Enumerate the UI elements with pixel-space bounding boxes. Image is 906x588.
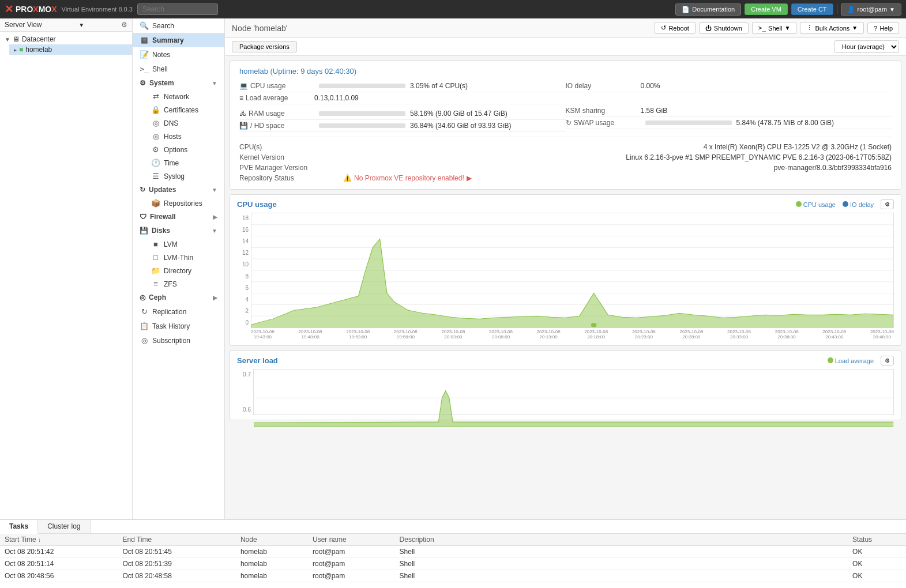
nav-disks-section[interactable]: 💾 Disks ▼: [133, 224, 224, 238]
nav-lvm-thin[interactable]: □ LVM-Thin: [146, 251, 224, 264]
nav-directory[interactable]: 📁 Directory: [146, 264, 224, 277]
col-end-time[interactable]: End Time: [118, 534, 235, 546]
nav-summary[interactable]: ▦ Summary: [133, 33, 224, 47]
disks-expand-arrow: ▼: [212, 228, 217, 234]
server-load-title: Server load: [237, 356, 278, 365]
cpu-legend: CPU usage: [796, 201, 836, 208]
user-menu-button[interactable]: 👤 root@pam ▼: [841, 3, 901, 16]
server-view-dropdown[interactable]: ▼: [78, 22, 84, 28]
y-12: 12: [239, 250, 249, 256]
warning-icon: ⚠️: [343, 174, 352, 182]
syslog-icon: ☰: [151, 172, 160, 180]
nav-zfs[interactable]: ≡ ZFS: [146, 277, 224, 291]
gear-icon[interactable]: ⚙: [121, 21, 127, 29]
cpu-value: 3.05% of 4 CPU(s): [410, 82, 468, 90]
lvm-icon: ■: [151, 240, 160, 248]
x-label-10: 2023-10-08 20:33:00: [727, 329, 751, 340]
nav-repos-label: Repositories: [164, 199, 202, 208]
nav-network-label: Network: [164, 93, 189, 101]
nav-updates-section[interactable]: ↻ Updates ▼: [133, 183, 224, 197]
nav-hosts[interactable]: ◎ Hosts: [146, 130, 224, 143]
nav-notes[interactable]: 📝 Notes: [133, 47, 224, 62]
shell-dropdown-arrow: ▼: [785, 25, 791, 31]
package-versions-tab[interactable]: Package versions: [232, 41, 297, 52]
repos-icon: 📦: [151, 199, 160, 208]
datacenter-item[interactable]: ▼ 🖥 Datacenter: [0, 34, 132, 44]
homelab-collapse[interactable]: ▸: [14, 47, 17, 53]
time-selector[interactable]: Hour (average): [834, 40, 899, 53]
col-start-time[interactable]: Start Time ↓: [0, 534, 118, 546]
cell-start: Oct 08 20:51:14: [0, 558, 118, 570]
time-icon: 🕐: [151, 159, 160, 167]
cell-end: Oct 08 20:51:45: [118, 546, 235, 558]
firewall-expand-arrow: ▶: [213, 214, 217, 220]
cell-node: homelab: [236, 546, 308, 558]
nav-certificates[interactable]: 🔒 Certificates: [146, 103, 224, 116]
bulk-actions-button[interactable]: ⋮ Bulk Actions ▼: [800, 22, 864, 34]
nav-task-history[interactable]: 📋 Task History: [133, 319, 224, 333]
col-status[interactable]: Status: [848, 534, 906, 546]
load-chart-options[interactable]: ⚙: [881, 356, 894, 365]
cpu-legend-dot: [796, 201, 802, 207]
x-label-3: 2023-10-08 19:58:00: [394, 329, 418, 340]
io-delay-value: 0.00%: [641, 82, 660, 90]
y-6: 6: [239, 285, 249, 291]
load-value: 0.13,0.11,0.09: [314, 94, 359, 102]
tasks-tab[interactable]: Tasks: [0, 520, 38, 534]
col-user[interactable]: User name: [308, 534, 395, 546]
shell-button[interactable]: >_ Shell ▼: [752, 22, 797, 34]
network-icon: ⇄: [151, 92, 160, 101]
nav-system-label: System: [149, 79, 174, 87]
cluster-log-tab[interactable]: Cluster log: [38, 520, 90, 533]
cpu-chart-options[interactable]: ⚙: [881, 199, 894, 209]
create-ct-button[interactable]: Create CT: [791, 3, 833, 15]
ceph-expand-arrow: ▶: [213, 295, 217, 301]
x-label-5: 2023-10-08 20:08:00: [489, 329, 513, 340]
table-row: Oct 08 20:51:14 Oct 08 20:51:39 homelab …: [0, 558, 906, 570]
repo-chevron[interactable]: ▶: [467, 174, 472, 182]
nav-shell[interactable]: >_ Shell: [133, 62, 224, 76]
y-10: 10: [239, 261, 249, 267]
nav-repositories[interactable]: 📦 Repositories: [146, 197, 224, 210]
documentation-button[interactable]: 📄 Documentation: [675, 3, 741, 16]
nav-firewall-section[interactable]: 🛡 Firewall ▶: [133, 210, 224, 224]
shutdown-icon: ⏻: [705, 25, 712, 32]
nav-time[interactable]: 🕐 Time: [146, 156, 224, 169]
cell-end: Oct 08 20:51:39: [118, 558, 235, 570]
logo-x: ✕: [5, 3, 13, 16]
shutdown-button[interactable]: ⏻ Shutdown: [699, 22, 749, 34]
collapse-arrow[interactable]: ▼: [5, 36, 10, 43]
cpu-bar-wrap: [319, 84, 405, 88]
nav-lvm[interactable]: ■ LVM: [146, 238, 224, 251]
cell-desc: Shell: [395, 570, 848, 582]
search-icon: 🔍: [140, 21, 149, 30]
col-node[interactable]: Node: [236, 534, 308, 546]
create-vm-button[interactable]: Create VM: [745, 3, 788, 15]
nav-syslog[interactable]: ☰ Syslog: [146, 169, 224, 183]
x-label-7: 2023-10-08 20:18:00: [584, 329, 608, 340]
nav-subscription[interactable]: ◎ Subscription: [133, 333, 224, 348]
col-description[interactable]: Description: [395, 534, 848, 546]
ram-label: 🖧 RAM usage: [239, 110, 314, 118]
nav-search[interactable]: 🔍 Search: [133, 18, 224, 33]
firewall-icon: 🛡: [140, 213, 146, 221]
cpu-label: 💻 CPU usage: [239, 82, 314, 90]
swap-value: 5.84% (478.75 MiB of 8.00 GiB): [736, 119, 834, 127]
nav-ceph-section[interactable]: ◎ Ceph ▶: [133, 291, 224, 304]
nav-updates-label: Updates: [149, 186, 176, 194]
start-sort-arrow: ↓: [38, 537, 41, 543]
x-label-2: 2023-10-08 19:53:00: [346, 329, 370, 340]
load-label: ≡ Load average: [239, 94, 314, 102]
pve-label: PVE Manager Version: [239, 164, 343, 172]
nav-options[interactable]: ⚙ Options: [146, 143, 224, 156]
nav-network[interactable]: ⇄ Network: [146, 90, 224, 103]
cpu-icon: 💻: [239, 82, 248, 90]
help-button[interactable]: ? Help: [867, 22, 899, 34]
nav-replication[interactable]: ↻ Replication: [133, 304, 224, 319]
nav-system-section[interactable]: ⚙ System ▼: [133, 76, 224, 90]
nav-dns[interactable]: ◎ DNS: [146, 116, 224, 130]
reboot-button[interactable]: ↺ Reboot: [655, 22, 695, 34]
topbar-search-input[interactable]: [137, 3, 218, 15]
system-expand-arrow: ▼: [212, 80, 217, 86]
homelab-item[interactable]: ▸ ■ homelab: [9, 44, 132, 55]
